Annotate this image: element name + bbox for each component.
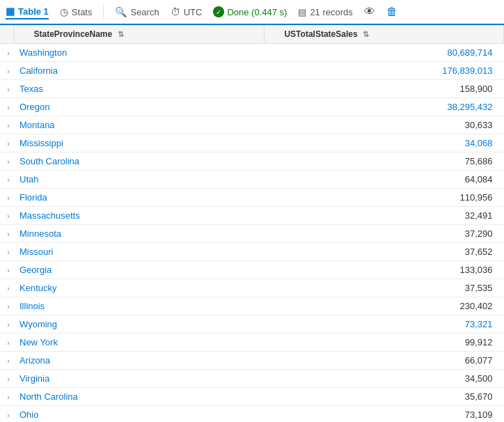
row-expand-icon[interactable]: › <box>0 225 14 243</box>
state-name-cell: Minnesota <box>14 225 265 243</box>
table-row: ›Minnesota37,290 <box>0 225 504 243</box>
sales-value-cell: 80,689,714 <box>265 44 504 62</box>
row-expand-icon[interactable]: › <box>0 334 14 352</box>
state-name-cell: New York <box>14 334 265 352</box>
eye-button[interactable]: 👁 <box>364 6 375 18</box>
done-label: Done (0.447 s) <box>227 7 287 17</box>
sales-value-cell: 176,839,013 <box>265 62 504 80</box>
state-name-cell: Washington <box>14 44 265 62</box>
status-done: ✓ Done (0.447 s) <box>213 6 287 17</box>
toolbar: ▦ Table 1 ◷ Stats 🔍 Search ⏱ UTC ✓ Done … <box>0 0 504 25</box>
utc-button[interactable]: ⏱ UTC <box>171 6 203 17</box>
row-expand-icon[interactable]: › <box>0 261 14 279</box>
state-name-cell: Arizona <box>14 352 265 370</box>
row-expand-icon[interactable]: › <box>0 388 14 406</box>
row-expand-icon[interactable]: › <box>0 406 14 423</box>
state-name-cell: Mississippi <box>14 134 265 153</box>
table-row: ›Wyoming73,321 <box>0 315 504 334</box>
sales-value-cell: 37,652 <box>265 243 504 261</box>
stats-label: Stats <box>72 7 93 17</box>
row-expand-icon[interactable]: › <box>0 98 14 116</box>
state-name-cell: Texas <box>14 80 265 98</box>
table-body: ›Washington80,689,714›California176,839,… <box>0 44 504 423</box>
table-row: ›Texas158,900 <box>0 80 504 98</box>
table-row: ›Missouri37,652 <box>0 243 504 261</box>
trash-button[interactable]: 🗑 <box>386 6 397 18</box>
sales-value-cell: 133,036 <box>265 261 504 279</box>
row-expand-icon[interactable]: › <box>0 44 14 62</box>
sales-value-cell: 64,084 <box>265 171 504 189</box>
row-expand-icon[interactable]: › <box>0 370 14 388</box>
row-expand-icon[interactable]: › <box>0 352 14 370</box>
col-header-sales[interactable]: USTotalStateSales ⇅ <box>265 25 504 44</box>
state-name-cell: North Carolina <box>14 388 265 406</box>
state-name-cell: Georgia <box>14 261 265 279</box>
table-row: ›Arizona66,077 <box>0 352 504 370</box>
stats-tab[interactable]: ◷ Stats <box>60 6 93 17</box>
sales-value-cell: 110,956 <box>265 189 504 207</box>
utc-label: UTC <box>184 7 203 17</box>
row-expand-icon[interactable]: › <box>0 297 14 315</box>
table-row: ›Oregon38,295,432 <box>0 98 504 116</box>
sales-value-cell: 73,321 <box>265 315 504 334</box>
row-expand-icon[interactable]: › <box>0 62 14 80</box>
sales-value-cell: 34,068 <box>265 134 504 153</box>
records-label: 21 records <box>310 7 352 17</box>
row-expand-icon[interactable]: › <box>0 279 14 297</box>
col-header-state[interactable]: StateProvinceName ⇅ <box>14 25 265 44</box>
sales-value-cell: 73,109 <box>265 406 504 423</box>
state-name-cell: Virginia <box>14 370 265 388</box>
row-expand-icon[interactable]: › <box>0 207 14 225</box>
search-button[interactable]: 🔍 Search <box>115 6 159 17</box>
row-expand-icon[interactable]: › <box>0 189 14 207</box>
table-row: ›Massachusetts32,491 <box>0 207 504 225</box>
state-name-cell: Florida <box>14 189 265 207</box>
state-name-cell: Kentucky <box>14 279 265 297</box>
search-label: Search <box>130 7 159 17</box>
sales-value-cell: 158,900 <box>265 80 504 98</box>
row-expand-icon[interactable]: › <box>0 134 14 153</box>
state-name-cell: Illinois <box>14 297 265 315</box>
state-name-cell: South Carolina <box>14 153 265 171</box>
table-tab[interactable]: ▦ Table 1 <box>6 6 49 19</box>
row-expand-icon[interactable]: › <box>0 116 14 134</box>
sales-value-cell: 30,633 <box>265 116 504 134</box>
table-row: ›North Carolina35,670 <box>0 388 504 406</box>
data-table: StateProvinceName ⇅ USTotalStateSales ⇅ … <box>0 25 504 422</box>
sort-icon-sales: ⇅ <box>363 30 369 38</box>
state-name-cell: Massachusetts <box>14 207 265 225</box>
row-expand-icon[interactable]: › <box>0 153 14 171</box>
sales-value-cell: 35,670 <box>265 388 504 406</box>
table-icon: ▦ <box>6 6 15 17</box>
state-name-cell: Oregon <box>14 98 265 116</box>
table-row: ›Florida110,956 <box>0 189 504 207</box>
state-name-cell: Wyoming <box>14 315 265 334</box>
row-expand-icon[interactable]: › <box>0 315 14 334</box>
sales-value-cell: 99,912 <box>265 334 504 352</box>
sales-value-cell: 37,535 <box>265 279 504 297</box>
state-name-cell: California <box>14 62 265 80</box>
state-name-cell: Utah <box>14 171 265 189</box>
table-row: ›Montana30,633 <box>0 116 504 134</box>
sales-value-cell: 32,491 <box>265 207 504 225</box>
table-row: ›Washington80,689,714 <box>0 44 504 62</box>
sort-icon-state: ⇅ <box>118 30 124 38</box>
records-info: ▤ 21 records <box>298 7 352 17</box>
row-expand-icon[interactable]: › <box>0 171 14 189</box>
checkmark-icon: ✓ <box>213 6 224 17</box>
table-row: ›Mississippi34,068 <box>0 134 504 153</box>
sales-value-cell: 66,077 <box>265 352 504 370</box>
table-row: ›Kentucky37,535 <box>0 279 504 297</box>
sales-value-cell: 75,686 <box>265 153 504 171</box>
sales-value-cell: 230,402 <box>265 297 504 315</box>
row-expand-icon[interactable]: › <box>0 80 14 98</box>
row-expand-icon[interactable]: › <box>0 243 14 261</box>
state-name-cell: Montana <box>14 116 265 134</box>
sales-value-cell: 38,295,432 <box>265 98 504 116</box>
search-icon: 🔍 <box>115 6 127 17</box>
table-row: ›Illinois230,402 <box>0 297 504 315</box>
table-row: ›Virginia34,500 <box>0 370 504 388</box>
stats-icon: ◷ <box>60 6 68 17</box>
table-row: ›Ohio73,109 <box>0 406 504 423</box>
clock-icon: ⏱ <box>171 6 180 17</box>
